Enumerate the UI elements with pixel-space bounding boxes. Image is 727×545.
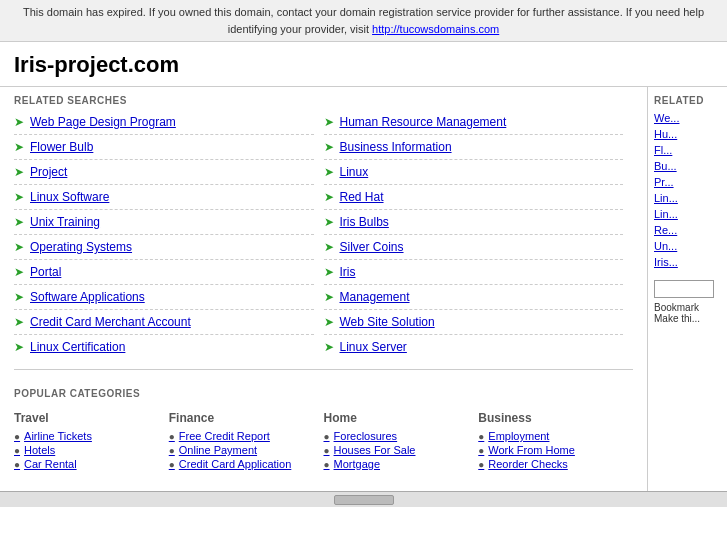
notice-bar: This domain has expired. If you owned th… <box>0 0 727 42</box>
make-text[interactable]: Make thi... <box>654 313 721 324</box>
search-link[interactable]: Linux Server <box>340 340 407 354</box>
bullet-icon: ● <box>169 445 175 456</box>
right-sidebar: RELATED We...Hu...Fl...Bu...Pr...Lin...L… <box>647 87 727 491</box>
search-link[interactable]: Portal <box>30 265 61 279</box>
category-link[interactable]: ●Car Rental <box>14 457 159 471</box>
category-col: Business●Employment●Work From Home●Reord… <box>478 411 633 471</box>
category-link[interactable]: ●Reorder Checks <box>478 457 623 471</box>
category-title: Travel <box>14 411 159 425</box>
arrow-icon: ➤ <box>14 140 24 154</box>
arrow-icon: ➤ <box>14 265 24 279</box>
search-link[interactable]: Management <box>340 290 410 304</box>
search-item: ➤Software Applications <box>14 285 314 310</box>
search-item: ➤Management <box>324 285 624 310</box>
search-link[interactable]: Operating Systems <box>30 240 132 254</box>
arrow-icon: ➤ <box>14 215 24 229</box>
bullet-icon: ● <box>478 445 484 456</box>
category-link[interactable]: ●Houses For Sale <box>324 443 469 457</box>
search-link[interactable]: Unix Training <box>30 215 100 229</box>
search-link[interactable]: Iris Bulbs <box>340 215 389 229</box>
search-item: ➤Human Resource Management <box>324 110 624 135</box>
category-col: Travel●Airline Tickets●Hotels●Car Rental <box>14 411 169 471</box>
arrow-icon: ➤ <box>14 340 24 354</box>
sidebar-link[interactable]: Pr... <box>654 174 721 190</box>
search-item: ➤Linux Certification <box>14 335 314 359</box>
category-link[interactable]: ●Mortgage <box>324 457 469 471</box>
category-link[interactable]: ●Work From Home <box>478 443 623 457</box>
bullet-icon: ● <box>478 431 484 442</box>
scroll-thumb <box>334 495 394 505</box>
notice-text: This domain has expired. If you owned th… <box>23 6 704 35</box>
search-item: ➤Iris <box>324 260 624 285</box>
sidebar-input[interactable] <box>654 280 714 298</box>
search-link[interactable]: Flower Bulb <box>30 140 93 154</box>
bullet-icon: ● <box>324 431 330 442</box>
arrow-icon: ➤ <box>14 190 24 204</box>
category-link[interactable]: ●Online Payment <box>169 443 314 457</box>
bullet-icon: ● <box>324 445 330 456</box>
arrow-icon: ➤ <box>324 190 334 204</box>
sidebar-link[interactable]: Fl... <box>654 142 721 158</box>
category-title: Home <box>324 411 469 425</box>
search-item: ➤Iris Bulbs <box>324 210 624 235</box>
sidebar-link[interactable]: Hu... <box>654 126 721 142</box>
search-item: ➤Operating Systems <box>14 235 314 260</box>
left-search-col: ➤Web Page Design Program➤Flower Bulb➤Pro… <box>14 110 324 359</box>
category-link[interactable]: ●Credit Card Application <box>169 457 314 471</box>
search-item: ➤Project <box>14 160 314 185</box>
arrow-icon: ➤ <box>14 315 24 329</box>
search-link[interactable]: Software Applications <box>30 290 145 304</box>
notice-link[interactable]: http://tucowsdomains.com <box>372 23 499 35</box>
arrow-icon: ➤ <box>324 140 334 154</box>
search-link[interactable]: Red Hat <box>340 190 384 204</box>
search-item: ➤Portal <box>14 260 314 285</box>
bullet-icon: ● <box>169 459 175 470</box>
category-link[interactable]: ●Foreclosures <box>324 429 469 443</box>
bullet-icon: ● <box>14 459 20 470</box>
arrow-icon: ➤ <box>324 290 334 304</box>
category-title: Finance <box>169 411 314 425</box>
related-searches-label: RELATED SEARCHES <box>0 87 647 110</box>
sidebar-related-label: RELATED <box>654 87 721 110</box>
search-item: ➤Linux Software <box>14 185 314 210</box>
sidebar-link[interactable]: Lin... <box>654 190 721 206</box>
sidebar-link[interactable]: Lin... <box>654 206 721 222</box>
sidebar-link[interactable]: Bu... <box>654 158 721 174</box>
sidebar-link[interactable]: We... <box>654 110 721 126</box>
arrow-icon: ➤ <box>14 115 24 129</box>
sidebar-link[interactable]: Iris... <box>654 254 721 270</box>
bullet-icon: ● <box>324 459 330 470</box>
popular-categories-label: POPULAR CATEGORIES <box>14 380 633 403</box>
sidebar-bottom: Bookmark Make thi... <box>654 280 721 324</box>
search-link[interactable]: Business Information <box>340 140 452 154</box>
category-link[interactable]: ●Employment <box>478 429 623 443</box>
category-link[interactable]: ●Free Credit Report <box>169 429 314 443</box>
search-link[interactable]: Iris <box>340 265 356 279</box>
bullet-icon: ● <box>14 431 20 442</box>
search-link[interactable]: Linux Certification <box>30 340 125 354</box>
search-link[interactable]: Web Page Design Program <box>30 115 176 129</box>
popular-categories-section: POPULAR CATEGORIES Travel●Airline Ticket… <box>0 380 647 481</box>
right-search-col: ➤Human Resource Management➤Business Info… <box>324 110 634 359</box>
bullet-icon: ● <box>169 431 175 442</box>
arrow-icon: ➤ <box>324 215 334 229</box>
search-item: ➤Business Information <box>324 135 624 160</box>
bookmark-text[interactable]: Bookmark <box>654 302 721 313</box>
category-link[interactable]: ●Airline Tickets <box>14 429 159 443</box>
category-link[interactable]: ●Hotels <box>14 443 159 457</box>
search-link[interactable]: Silver Coins <box>340 240 404 254</box>
search-link[interactable]: Human Resource Management <box>340 115 507 129</box>
arrow-icon: ➤ <box>14 165 24 179</box>
bullet-icon: ● <box>14 445 20 456</box>
sidebar-link[interactable]: Re... <box>654 222 721 238</box>
search-link[interactable]: Credit Card Merchant Account <box>30 315 191 329</box>
search-link[interactable]: Linux <box>340 165 369 179</box>
search-link[interactable]: Project <box>30 165 67 179</box>
search-link[interactable]: Linux Software <box>30 190 109 204</box>
search-item: ➤Flower Bulb <box>14 135 314 160</box>
sidebar-links-container: We...Hu...Fl...Bu...Pr...Lin...Lin...Re.… <box>654 110 721 270</box>
sidebar-link[interactable]: Un... <box>654 238 721 254</box>
search-link[interactable]: Web Site Solution <box>340 315 435 329</box>
search-item: ➤Web Site Solution <box>324 310 624 335</box>
bottom-scrollbar[interactable] <box>0 491 727 507</box>
